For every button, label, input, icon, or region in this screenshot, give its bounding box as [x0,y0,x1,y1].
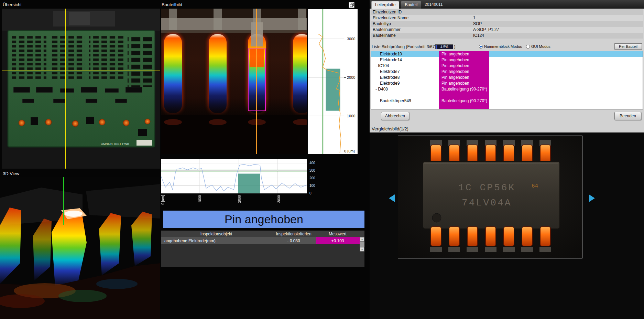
inspection-list-row[interactable]: - D408 Bauteilneigung (90-270°) [371,86,643,98]
column-header-criteria: Inspektionskriterien [272,231,316,237]
result-criteria: - 0.030 [272,237,316,244]
y-axis-tick: 0 [309,191,312,195]
info-row: Bauteilnummer A-SOP_P1.27 [371,27,643,33]
result-table-scrollbar[interactable]: ▲ ▼ [360,237,364,252]
x-axis-tick: 2000 [238,195,241,203]
overview-title: Übersicht [3,2,22,7]
result-object: angehobene Elektrode(mm) [161,237,272,244]
column-header-object: Inspektionsobjekt [161,231,272,237]
progress-percent: 4.5% [436,45,453,49]
tab-leiterplatte[interactable]: Leiterplatte [371,1,399,9]
overview-pcb-photo: OMRON TEST PWB [2,9,160,169]
component-crosshair-horizontal [161,61,307,61]
cascade-windows-icon[interactable] [349,2,354,8]
per-bauteil-button[interactable]: Per Bauteil [614,43,642,50]
inspection-list-row[interactable]: - IC104 Pin angehoben [371,63,643,69]
scroll-up-button[interactable]: ▲ [360,237,364,242]
component-title: Bauteilbild [162,2,182,7]
component-canvas[interactable] [161,9,307,154]
board-silkscreen-text: OMRON TEST PWB [101,142,129,146]
bottom-chart-svg [161,159,307,193]
control-panel: Leiterplatte Bauteil 20140011 Einzelnutz… [370,0,644,319]
abbrechen-button[interactable]: Abbrechen [381,112,409,120]
view3d-canvas[interactable] [0,177,160,319]
comparison-image[interactable]: 1C CP56K 64 74LV04A [398,136,582,258]
y-axis-tick: 200 [309,176,315,180]
overview-crosshair-vertical [65,9,66,169]
scroll-down-button[interactable]: ▼ [360,247,364,252]
bottom-profile-chart: 400 300 200 100 0 1000 2000 3000 0 [um] [161,157,324,208]
radio-selected-icon[interactable] [479,45,483,49]
defect-banner: Pin angehoben [163,211,364,228]
side-axis-origin: 0 [um] [344,149,355,153]
x-axis-origin: 0 [um] [161,195,165,205]
y-axis-tick: 300 [309,169,315,172]
inspection-list-row[interactable]: Elektrode8 Pin angehoben [371,75,643,81]
inspection-app: Übersicht [0,0,644,319]
result-value: +0.103 [316,237,360,244]
side-axis-tick: 1000 [347,114,355,118]
column-header-value: Messwert [316,231,360,237]
defect-banner-text: Pin angehoben [225,213,303,226]
view3d-render [0,177,160,319]
lot-number-label: 20140011 [425,2,443,9]
chip-marking-line1-suffix: 64 [532,183,538,189]
result-table: Inspektionsobjekt Inspektionskriterien M… [161,231,364,267]
x-axis-tick: 3000 [277,195,281,203]
y-axis-tick: 100 [309,184,315,188]
chip-marking-line2: 74LV04A [462,198,512,208]
progress-label-suffix: ) [454,44,455,49]
inspection-list-row[interactable]: Elektrode10 Pin angehoben [371,51,643,57]
side-axis-tick: 3000 [347,37,355,41]
info-row: Bauteiltyp SOP [371,21,643,27]
radio-unselected-icon[interactable] [526,45,530,49]
y-axis-tick: 400 [309,161,315,165]
reference-chip-photo: 1C CP56K 64 74LV04A [398,136,582,258]
side-axis-tick: 2000 [347,75,355,79]
overview-canvas[interactable]: OMRON TEST PWB [2,9,160,169]
tab-strip: Leiterplatte Bauteil 20140011 [370,0,644,9]
view3d-title: 3D View [3,171,19,176]
overview-crosshair-horizontal [2,71,160,71]
inspection-list-row[interactable]: Elektrode7 Pin angehoben [371,69,643,75]
inspection-region-box [248,49,266,111]
x-axis-tick: 1000 [198,195,202,203]
radio-gui-modus[interactable]: GUI Modus [526,44,550,49]
radio-nummernblock-modus[interactable]: Nummernblock Modus [479,44,522,49]
inspection-list-row[interactable]: Bauteilkörper549 Bauteilneigung (90-270°… [371,98,643,109]
progress-bar: 4.5% [435,44,453,49]
tab-bauteil[interactable]: Bauteil [401,1,421,9]
info-row: Bauteilname IC124 [371,33,643,39]
inspection-list-row[interactable]: Elektrode9 Pin angehoben [371,81,643,86]
result-row: angehobene Elektrode(mm) - 0.030 +0.103 [161,237,364,244]
beenden-button[interactable]: Beenden [614,112,641,120]
info-row: Einzelnutzen ID [371,9,643,15]
inspection-list-row[interactable]: Elektrode14 Pin angehoben [371,57,643,63]
chip-marking-line1: 1C CP56K [458,182,515,193]
previous-image-button[interactable] [389,194,395,202]
side-chart-svg [308,9,344,154]
comparison-area: 1C CP56K 64 74LV04A [370,132,644,319]
info-row: Einzelnutzen Name 1 [371,15,643,21]
comparison-title: Vergleichsbild(1/2) [372,126,408,131]
progress-label: Liste Sichtprüfung (Fortschritt 3/67 [372,44,435,49]
inspection-progress: Liste Sichtprüfung (Fortschritt 3/67 4.5… [372,44,455,50]
component-height-image [161,9,307,154]
next-image-button[interactable] [589,194,595,202]
inspection-list: Elektrode10 Pin angehoben Elektrode14 Pi… [371,51,643,109]
side-profile-chart: 3000 2000 1000 0 [um] [308,9,358,154]
